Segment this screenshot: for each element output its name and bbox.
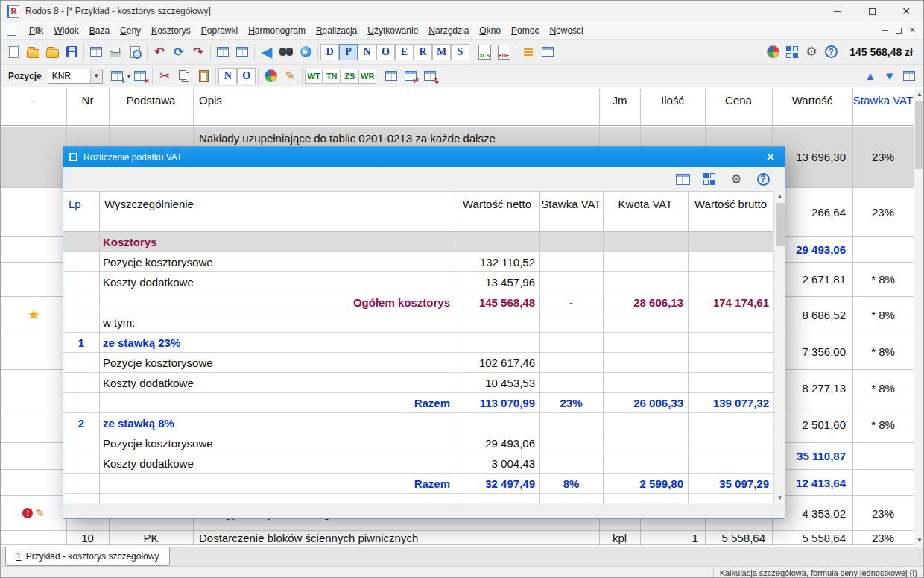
insert-section-button[interactable]: ↵ <box>401 66 420 86</box>
col-header-stawka-vat[interactable]: Stawka VAT <box>852 89 914 125</box>
vat-row[interactable]: Pozycje kosztorysowe102 617,46 <box>63 353 773 373</box>
delete-position-button[interactable]: × <box>130 66 150 86</box>
back-button[interactable]: ◀ <box>257 43 276 62</box>
vat-row[interactable]: 1ze stawką 23% <box>63 333 773 353</box>
remove-section-button[interactable]: ↴ <box>420 66 440 86</box>
mode-d-button[interactable]: D <box>320 44 339 60</box>
dialog-modules-button[interactable] <box>700 169 719 189</box>
zs-button[interactable]: ZS <box>341 69 358 84</box>
modules-button[interactable] <box>782 43 802 62</box>
col-header-nr[interactable]: Nr <box>66 89 109 125</box>
vat-row[interactable]: 2ze stawką 8% <box>63 413 773 433</box>
go-button[interactable]: ▶ <box>296 43 315 62</box>
wr-button[interactable]: WR <box>358 69 376 84</box>
vat-row[interactable]: Koszty dodatkowe3 004,43 <box>63 453 773 474</box>
refresh-button[interactable]: ⟳ <box>169 43 189 62</box>
dialog-table-settings-button[interactable] <box>673 169 692 189</box>
vat-row[interactable]: Pozycje kosztorysowe132 110,52 <box>63 252 773 272</box>
paste-button[interactable] <box>194 66 213 86</box>
base-combo[interactable]: KNR ▼ <box>48 69 103 84</box>
menu-harmonogram[interactable]: Harmonogram <box>243 23 311 38</box>
tab-przyklad[interactable]: 1 Przykład - kosztorys szczegółowy <box>5 547 170 566</box>
undo-button[interactable]: ↶ <box>150 43 169 62</box>
close-button[interactable]: ✕ <box>889 1 923 22</box>
col-header-cena[interactable]: Cena <box>705 89 772 125</box>
vat-col-netto[interactable]: Wartość netto <box>455 192 539 231</box>
col-header-opis[interactable]: Opis <box>193 89 599 125</box>
scroll-up-icon[interactable]: ▲ <box>914 89 924 100</box>
wt-button[interactable]: WT <box>305 69 323 84</box>
mode-o-button[interactable]: O <box>376 44 395 60</box>
export-pdf-button[interactable]: PDF <box>494 43 513 62</box>
naklady-button[interactable]: N <box>218 68 237 84</box>
print-preview-button[interactable] <box>125 43 145 62</box>
mdi-restore-button[interactable] <box>896 28 902 34</box>
dialog-scrollbar[interactable]: ▲ ▼ <box>773 191 785 503</box>
add-position-button[interactable]: + <box>107 66 127 86</box>
vat-row[interactable]: Pozycje kosztorysowe29 493,06 <box>63 433 773 453</box>
vat-dialog-titlebar[interactable]: Rozliczenie podatku VAT ✕ <box>63 147 785 167</box>
vertical-scrollbar[interactable]: ▲ ▼ <box>914 89 924 546</box>
vat-col-kwota[interactable]: Kwota VAT <box>603 192 688 231</box>
col-header-wartosc[interactable]: Wartość <box>772 89 852 125</box>
help-button[interactable]: ? <box>821 43 841 62</box>
new-document-button[interactable] <box>4 43 23 62</box>
vat-row[interactable]: Kosztorys <box>63 232 773 252</box>
menu-plik[interactable]: Plik <box>24 23 48 38</box>
vat-row[interactable]: Koszty dodatkowe10 453,53 <box>63 373 773 393</box>
mdi-close-button[interactable]: ✕ <box>909 25 916 35</box>
import-button[interactable] <box>42 43 62 62</box>
chevron-down-icon[interactable]: ▼ <box>90 69 102 83</box>
print-button[interactable] <box>106 43 125 62</box>
scrollbar-thumb[interactable] <box>776 203 785 246</box>
vat-col-name[interactable]: Wyszczególnienie <box>99 192 455 231</box>
menu-pomoc[interactable]: Pomoc <box>506 23 544 38</box>
mode-n-button[interactable]: N <box>358 44 376 60</box>
copy-button[interactable] <box>174 66 194 86</box>
menu-kosztorys[interactable]: Kosztorys <box>146 23 196 38</box>
dialog-close-button[interactable]: ✕ <box>762 149 779 166</box>
vat-row[interactable]: Razem113 070,9923%26 006,33139 077,32 <box>63 393 773 413</box>
export-xls-button[interactable]: XLS <box>475 43 494 62</box>
columns-settings-button[interactable] <box>899 66 919 86</box>
cut-button[interactable]: ✂ <box>155 66 174 86</box>
vat-row[interactable]: Ogółem kosztorys145 568,48-28 606,13174 … <box>63 292 773 312</box>
search-button[interactable] <box>276 43 296 62</box>
scroll-down-icon[interactable]: ▼ <box>914 535 924 546</box>
mode-m-button[interactable]: M <box>432 44 451 60</box>
summary-button[interactable] <box>519 43 538 62</box>
scrollbar-thumb[interactable] <box>915 101 924 169</box>
obmiar-button[interactable]: O <box>237 68 256 84</box>
vat-row[interactable]: Razem32 497,498%2 599,8035 097,29 <box>63 474 773 494</box>
vat-row[interactable]: w tym: <box>63 312 773 333</box>
scroll-up-icon[interactable]: ▲ <box>774 191 785 202</box>
col-header-ilosc[interactable]: Ilość <box>640 89 705 125</box>
maximize-button[interactable] <box>855 1 889 22</box>
windows-button[interactable] <box>538 43 557 62</box>
col-header-podstawa[interactable]: Podstawa <box>109 89 193 125</box>
minimize-button[interactable] <box>820 1 855 22</box>
menu-realizacja[interactable]: Realizacja <box>311 23 362 38</box>
estimate-table-button[interactable] <box>86 43 106 62</box>
col-header-marker[interactable]: - <box>1 89 66 125</box>
menu-nowosci[interactable]: Nowości <box>544 23 588 38</box>
mode-r-button[interactable]: R <box>414 44 432 60</box>
menu-narzedzia[interactable]: Narzędzia <box>423 23 474 38</box>
mode-e-button[interactable]: E <box>395 44 414 60</box>
menu-widok[interactable]: Widok <box>48 23 83 38</box>
mdi-minimize-button[interactable] <box>882 30 888 31</box>
vat-col-brutto[interactable]: Wartość brutto <box>688 192 773 231</box>
menu-uzytkowanie[interactable]: Użytkowanie <box>362 23 423 38</box>
table-view-button[interactable] <box>213 43 232 62</box>
redo-button[interactable]: ↷ <box>189 43 208 62</box>
menu-okno[interactable]: Okno <box>474 23 506 38</box>
tn-button[interactable]: TN <box>323 69 341 84</box>
vat-row[interactable]: Koszty dodatkowe13 457,96 <box>63 272 773 292</box>
estimate-row[interactable]: 10PKDostarczenie bloków ściennych piwnic… <box>1 531 914 545</box>
save-button[interactable] <box>62 43 81 62</box>
mode-s-button[interactable]: S <box>451 44 469 60</box>
vat-col-stawka[interactable]: Stawka VAT <box>539 192 603 231</box>
edit-note-button[interactable]: ✎ <box>280 66 300 86</box>
chart-button[interactable] <box>763 43 782 62</box>
col-header-jm[interactable]: Jm <box>599 89 640 125</box>
